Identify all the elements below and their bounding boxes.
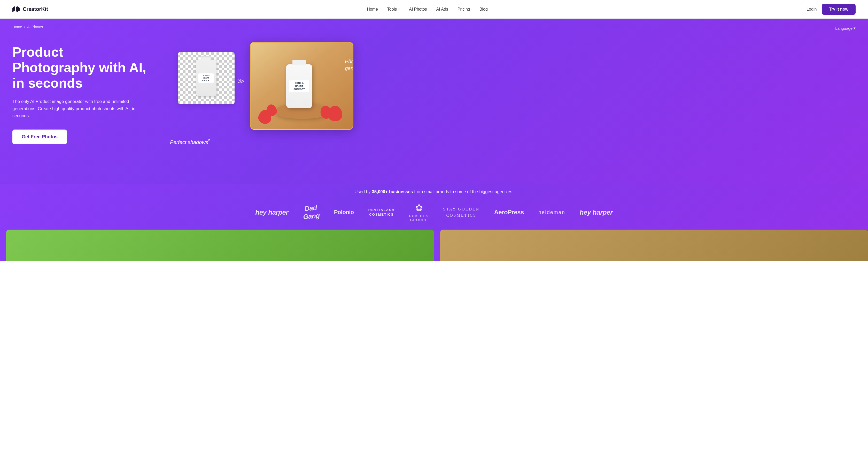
shadows-arrow-icon: ↗ — [206, 137, 211, 144]
nav-ai-photos[interactable]: AI Photos — [409, 7, 427, 11]
logo[interactable]: CreatorKit — [12, 6, 48, 12]
product-after-image: BONE &HEARTSUPPORT Photorealistic genera… — [250, 42, 353, 130]
bottle-label-after: BONE &HEARTSUPPORT — [289, 80, 309, 92]
brand-polonio: Polonio — [334, 209, 354, 216]
breadcrumb-separator: / — [24, 25, 25, 29]
nav-blog[interactable]: Blog — [479, 7, 488, 11]
navbar: CreatorKit Home Tools ▾ AI Photos AI Ads… — [0, 0, 868, 19]
language-dropdown-icon: ▾ — [854, 26, 856, 30]
nav-links: Home Tools ▾ AI Photos AI Ads Pricing Bl… — [367, 7, 488, 11]
get-free-photos-button[interactable]: Get Free Photos — [12, 130, 67, 144]
try-it-now-button[interactable]: Try it now — [822, 4, 856, 15]
bottle-cap-after — [292, 60, 306, 65]
navbar-actions: Login Try it now — [807, 4, 856, 15]
social-proof-text: Used by 35,000+ businesses from small br… — [12, 189, 856, 194]
nav-pricing[interactable]: Pricing — [458, 7, 470, 11]
brand-logos-row: hey harper DadGang Polonio REVITALASHCOS… — [12, 203, 856, 222]
tools-dropdown-icon: ▾ — [398, 8, 400, 10]
breadcrumb-current: AI Photos — [27, 25, 43, 29]
brand-stay-golden: STAY GOLDENCOSMETICS — [443, 206, 479, 219]
language-selector[interactable]: Language ▾ — [835, 26, 856, 30]
bottom-peek-section — [0, 230, 868, 261]
hero-content: Product Photography with AI, in seconds … — [12, 39, 353, 144]
breadcrumb-home[interactable]: Home — [12, 25, 22, 29]
bottle-after: BONE &HEARTSUPPORT — [286, 64, 312, 108]
brand-hey-harper-2: hey harper — [580, 208, 613, 217]
before-after-arrow: ≫ — [237, 77, 245, 85]
logo-text: CreatorKit — [23, 6, 48, 12]
login-button[interactable]: Login — [807, 7, 816, 11]
social-proof-section: Used by 35,000+ businesses from small br… — [0, 184, 868, 230]
annotation-photorealistic: Photorealistic generations — [345, 58, 353, 72]
hero-title: Product Photography with AI, in seconds — [12, 45, 147, 91]
brand-hey-harper-1: hey harper — [255, 208, 288, 217]
nav-home[interactable]: Home — [367, 7, 378, 11]
hero-section: Home / AI Photos Language ▾ Product Phot… — [0, 19, 868, 184]
bottle-before: BONE &HEARTSUPPORT — [196, 60, 216, 96]
bottle-cap-before — [201, 56, 211, 61]
publicis-flower-icon — [414, 203, 424, 213]
publicis-text: PUBLICISGROUPE — [409, 214, 429, 222]
brand-dadgang: DadGang — [303, 204, 319, 220]
brand-heideman: heideman — [538, 209, 565, 216]
bottle-label-before: BONE &HEARTSUPPORT — [198, 74, 214, 83]
annotation-shadows: Perfect shadows — [170, 139, 208, 145]
hero-visual: BONE &HEARTSUPPORT ≫ BONE &HEARTSUPPORT … — [157, 39, 353, 132]
peek-card-right — [440, 230, 868, 261]
logo-icon — [12, 6, 21, 12]
product-before-image: BONE &HEARTSUPPORT — [178, 52, 235, 104]
peek-card-left — [6, 230, 434, 261]
brand-aeropress: AeroPress — [494, 209, 524, 216]
breadcrumb: Home / AI Photos — [12, 19, 856, 39]
nav-tools[interactable]: Tools ▾ — [387, 7, 400, 11]
hero-subtitle: The only AI Product image generator with… — [12, 98, 147, 119]
brand-revitalash: REVITALASHCOSMETICS — [368, 208, 395, 217]
hero-text: Product Photography with AI, in seconds … — [12, 39, 147, 144]
brand-publicis: PUBLICISGROUPE — [409, 203, 429, 222]
nav-ai-ads[interactable]: AI Ads — [436, 7, 448, 11]
